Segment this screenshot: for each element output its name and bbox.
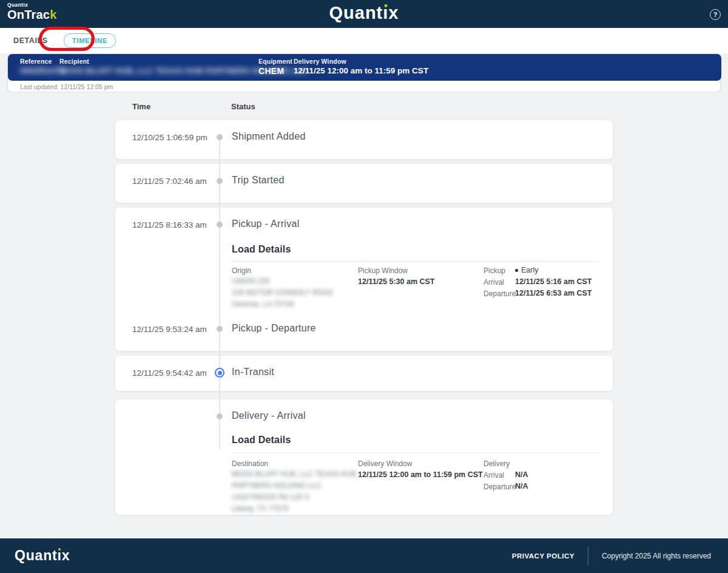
delivery-window-label: Delivery Window [358, 459, 412, 468]
delivery-window-field: Delivery Window 12/11/25 12:00 am to 11:… [294, 58, 428, 75]
footer-links: PRIVACY POLICY Copyright 2025 All rights… [512, 547, 711, 565]
departure-label: Departure [484, 483, 516, 491]
event-status: Pickup - Departure [232, 323, 316, 334]
event-status: Trip Started [232, 175, 285, 186]
delivery-window-value: 12/11/25 12:00 am to 11:59 pm CST [294, 66, 428, 75]
event-time: 12/11/25 8:16:33 am [132, 220, 207, 229]
timeline-event-pickup: 12/11/25 8:16:33 am Pickup - Arrival Loa… [115, 208, 613, 351]
privacy-policy-link[interactable]: PRIVACY POLICY [512, 552, 575, 560]
destination-address-blurred: MOSS BLUFF HUB, LLC TEXAS HUB PARTNERS H… [232, 469, 356, 515]
current-status-dot [215, 368, 224, 378]
load-details-divider [232, 261, 598, 262]
pickup-window-value: 12/11/25 5:30 am CST [358, 277, 434, 286]
arrival-value: 12/11/25 5:16 am CST [515, 277, 592, 286]
last-updated-text: Last updated: 12/11/25 12:05 pm [20, 83, 113, 90]
status-column-header: Status [231, 102, 255, 111]
timeline-event-shipment-added: 12/10/25 1:06:59 pm Shipment Added [115, 120, 613, 159]
tab-bar: DETAILS TIMELINE [0, 28, 728, 53]
event-status: Shipment Added [232, 131, 306, 142]
timeline-connector-line [219, 137, 220, 449]
departure-label: Departure [484, 290, 516, 298]
pickup-label: Pickup [484, 266, 505, 275]
shipment-summary-bar: Reference 0062RG4T1 Recipient MOSS BLUFF… [8, 54, 721, 81]
departure-value: 12/11/25 6:53 am CST [515, 289, 592, 297]
reference-field: Reference 0062RG4T1 [20, 58, 65, 75]
event-time: 12/11/25 9:54:42 am [132, 368, 207, 378]
quantix-center-logo: Quantıx [0, 3, 728, 23]
app-header: Quantıx OnTrack Quantıx ? [0, 0, 728, 28]
pickup-status: Early [515, 266, 538, 274]
reference-value-blurred: 0062RG4T1 [20, 66, 65, 75]
arrival-value: N/A [515, 470, 528, 479]
footer-quantix-logo: Quantıx [15, 548, 70, 564]
equipment-field: Equipment CHEM [258, 58, 292, 76]
timeline-dot [217, 134, 223, 140]
timeline-event-trip-started: 12/11/25 7:02:46 am Trip Started [115, 164, 613, 203]
time-column-header: Time [132, 102, 150, 111]
copyright-text: Copyright 2025 All rights reserved [602, 552, 711, 560]
origin-label: Origin [232, 266, 251, 275]
pickup-window-label: Pickup Window [358, 266, 408, 275]
timeline-dot [217, 326, 223, 332]
app-footer: Quantıx PRIVACY POLICY Copyright 2025 Al… [0, 538, 728, 573]
event-status: Delivery - Arrival [232, 410, 306, 421]
destination-line: Liberty, TX 77575 [232, 503, 356, 515]
destination-line: MOSS BLUFF HUB, LLC TEXAS HUB [232, 469, 356, 480]
delivery-label: Delivery [484, 459, 510, 468]
arrival-label: Arrival [484, 471, 504, 480]
early-status-text: Early [521, 266, 538, 274]
delivery-window-label: Delivery Window [294, 58, 428, 65]
footer-divider [588, 547, 588, 565]
tab-details[interactable]: DETAILS [13, 36, 48, 45]
event-status: In-Transit [232, 367, 274, 378]
load-details-heading: Load Details [232, 244, 291, 255]
event-time: 12/11/25 9:53:24 am [132, 325, 207, 334]
equipment-label: Equipment [258, 58, 292, 65]
origin-line: 226 MOTOR CONNOLY ROAD [232, 287, 333, 299]
departure-value: N/A [515, 482, 528, 490]
origin-line: UNION 226 [232, 276, 333, 287]
load-details-divider [232, 453, 598, 453]
current-status-dot-inner [218, 371, 222, 375]
timeline-event-delivery: Delivery - Arrival Load Details Destinat… [115, 399, 613, 515]
origin-address-blurred: UNION 226 226 MOTOR CONNOLY ROAD Geismar… [232, 276, 333, 310]
timeline-page: Time Status 12/10/25 1:06:59 pm Shipment… [0, 92, 728, 538]
delivery-window-value: 12/11/25 12:00 am to 11:59 pm CST [358, 470, 483, 479]
timeline-dot [217, 222, 223, 228]
origin-line: Geismar, LA 70734 [232, 299, 333, 310]
destination-line: 1418 FM2025 Rd 125 S [232, 492, 356, 503]
tab-timeline[interactable]: TIMELINE [64, 33, 116, 48]
arrival-label: Arrival [484, 278, 504, 286]
destination-label: Destination [232, 459, 268, 468]
shipment-summary-card: Reference 0062RG4T1 Recipient MOSS BLUFF… [7, 53, 721, 92]
load-details-heading: Load Details [232, 435, 291, 446]
equipment-value: CHEM [258, 66, 292, 76]
timeline-content: Time Status 12/10/25 1:06:59 pm Shipment… [115, 92, 613, 538]
event-status: Pickup - Arrival [232, 219, 300, 229]
event-time: 12/10/25 1:06:59 pm [132, 133, 207, 142]
timeline-event-in-transit: 12/11/25 9:54:42 am In-Transit [115, 356, 613, 391]
early-status-dot [515, 269, 518, 272]
destination-line: PARTNERS HOLDING LLC [232, 480, 356, 492]
timeline-dot [217, 413, 223, 419]
reference-label: Reference [20, 58, 65, 65]
timeline-dot [217, 178, 223, 184]
event-time: 12/11/25 7:02:46 am [132, 177, 207, 186]
help-icon[interactable]: ? [710, 9, 721, 20]
